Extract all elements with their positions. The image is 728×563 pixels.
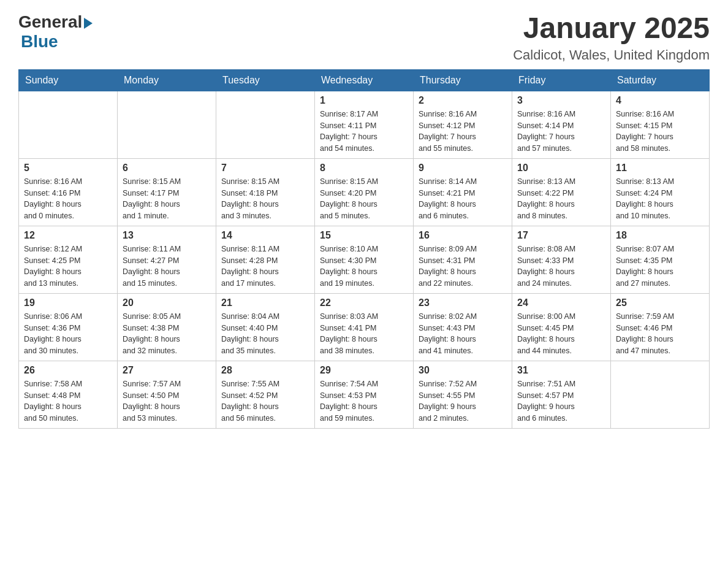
day-number: 26 [24, 365, 112, 376]
day-info: Sunrise: 8:15 AM Sunset: 4:20 PM Dayligh… [320, 176, 408, 222]
calendar-cell: 7Sunrise: 8:15 AM Sunset: 4:18 PM Daylig… [216, 158, 315, 226]
day-number: 3 [517, 95, 605, 106]
calendar-cell: 21Sunrise: 8:04 AM Sunset: 4:40 PM Dayli… [216, 293, 315, 361]
logo-blue-text: Blue [21, 32, 58, 52]
calendar-cell: 30Sunrise: 7:52 AM Sunset: 4:55 PM Dayli… [414, 361, 512, 428]
day-number: 2 [419, 95, 507, 106]
day-number: 14 [221, 230, 309, 241]
calendar-cell [118, 91, 216, 158]
day-info: Sunrise: 8:15 AM Sunset: 4:17 PM Dayligh… [123, 176, 211, 222]
day-info: Sunrise: 8:11 AM Sunset: 4:28 PM Dayligh… [221, 243, 309, 289]
calendar-cell: 16Sunrise: 8:09 AM Sunset: 4:31 PM Dayli… [414, 226, 512, 293]
month-title: January 2025 [513, 12, 710, 45]
calendar-header-row: SundayMondayTuesdayWednesdayThursdayFrid… [19, 69, 710, 91]
week-row-2: 5Sunrise: 8:16 AM Sunset: 4:16 PM Daylig… [19, 158, 710, 226]
day-info: Sunrise: 8:16 AM Sunset: 4:16 PM Dayligh… [24, 176, 112, 222]
day-info: Sunrise: 8:06 AM Sunset: 4:36 PM Dayligh… [24, 311, 112, 357]
day-info: Sunrise: 8:10 AM Sunset: 4:30 PM Dayligh… [320, 243, 408, 289]
week-row-3: 12Sunrise: 8:12 AM Sunset: 4:25 PM Dayli… [19, 226, 710, 293]
calendar-cell: 31Sunrise: 7:51 AM Sunset: 4:57 PM Dayli… [512, 361, 611, 428]
calendar-cell: 18Sunrise: 8:07 AM Sunset: 4:35 PM Dayli… [611, 226, 710, 293]
calendar-cell: 17Sunrise: 8:08 AM Sunset: 4:33 PM Dayli… [512, 226, 611, 293]
day-info: Sunrise: 7:52 AM Sunset: 4:55 PM Dayligh… [419, 378, 507, 424]
calendar-cell: 26Sunrise: 7:58 AM Sunset: 4:48 PM Dayli… [19, 361, 118, 428]
calendar-cell: 3Sunrise: 8:16 AM Sunset: 4:14 PM Daylig… [512, 91, 611, 158]
column-header-monday: Monday [118, 69, 216, 91]
day-info: Sunrise: 8:16 AM Sunset: 4:12 PM Dayligh… [419, 109, 507, 155]
calendar-cell: 24Sunrise: 8:00 AM Sunset: 4:45 PM Dayli… [512, 293, 611, 361]
day-number: 4 [616, 95, 704, 106]
calendar-cell: 13Sunrise: 8:11 AM Sunset: 4:27 PM Dayli… [118, 226, 216, 293]
day-info: Sunrise: 8:09 AM Sunset: 4:31 PM Dayligh… [419, 243, 507, 289]
day-number: 16 [419, 230, 507, 241]
calendar-cell: 9Sunrise: 8:14 AM Sunset: 4:21 PM Daylig… [414, 158, 512, 226]
calendar-cell: 15Sunrise: 8:10 AM Sunset: 4:30 PM Dayli… [315, 226, 414, 293]
day-info: Sunrise: 7:59 AM Sunset: 4:46 PM Dayligh… [616, 311, 704, 357]
day-number: 31 [517, 365, 605, 376]
calendar-cell: 12Sunrise: 8:12 AM Sunset: 4:25 PM Dayli… [19, 226, 118, 293]
day-number: 24 [517, 297, 605, 308]
day-number: 23 [419, 297, 507, 308]
day-number: 25 [616, 297, 704, 308]
day-number: 9 [419, 163, 507, 174]
calendar-table: SundayMondayTuesdayWednesdayThursdayFrid… [18, 69, 710, 429]
day-info: Sunrise: 8:13 AM Sunset: 4:22 PM Dayligh… [517, 176, 605, 222]
day-info: Sunrise: 8:00 AM Sunset: 4:45 PM Dayligh… [517, 311, 605, 357]
day-info: Sunrise: 8:02 AM Sunset: 4:43 PM Dayligh… [419, 311, 507, 357]
day-number: 1 [320, 95, 408, 106]
calendar-cell: 25Sunrise: 7:59 AM Sunset: 4:46 PM Dayli… [611, 293, 710, 361]
logo-arrow-icon [84, 18, 93, 29]
day-info: Sunrise: 7:51 AM Sunset: 4:57 PM Dayligh… [517, 378, 605, 424]
column-header-saturday: Saturday [611, 69, 710, 91]
calendar-cell: 28Sunrise: 7:55 AM Sunset: 4:52 PM Dayli… [216, 361, 315, 428]
calendar-cell: 10Sunrise: 8:13 AM Sunset: 4:22 PM Dayli… [512, 158, 611, 226]
calendar-cell: 14Sunrise: 8:11 AM Sunset: 4:28 PM Dayli… [216, 226, 315, 293]
day-info: Sunrise: 8:16 AM Sunset: 4:15 PM Dayligh… [616, 109, 704, 155]
day-number: 22 [320, 297, 408, 308]
calendar-cell [216, 91, 315, 158]
calendar-cell: 4Sunrise: 8:16 AM Sunset: 4:15 PM Daylig… [611, 91, 710, 158]
day-number: 20 [123, 297, 211, 308]
day-info: Sunrise: 8:05 AM Sunset: 4:38 PM Dayligh… [123, 311, 211, 357]
title-section: January 2025 Caldicot, Wales, United Kin… [513, 12, 710, 63]
calendar-cell: 11Sunrise: 8:13 AM Sunset: 4:24 PM Dayli… [611, 158, 710, 226]
column-header-sunday: Sunday [19, 69, 118, 91]
column-header-tuesday: Tuesday [216, 69, 315, 91]
day-number: 21 [221, 297, 309, 308]
week-row-4: 19Sunrise: 8:06 AM Sunset: 4:36 PM Dayli… [19, 293, 710, 361]
location: Caldicot, Wales, United Kingdom [513, 47, 710, 63]
day-info: Sunrise: 7:58 AM Sunset: 4:48 PM Dayligh… [24, 378, 112, 424]
calendar-cell: 8Sunrise: 8:15 AM Sunset: 4:20 PM Daylig… [315, 158, 414, 226]
day-info: Sunrise: 8:07 AM Sunset: 4:35 PM Dayligh… [616, 243, 704, 289]
day-number: 17 [517, 230, 605, 241]
calendar-cell: 19Sunrise: 8:06 AM Sunset: 4:36 PM Dayli… [19, 293, 118, 361]
calendar-cell [19, 91, 118, 158]
calendar-cell: 1Sunrise: 8:17 AM Sunset: 4:11 PM Daylig… [315, 91, 414, 158]
day-number: 19 [24, 297, 112, 308]
day-number: 11 [616, 163, 704, 174]
day-number: 12 [24, 230, 112, 241]
day-info: Sunrise: 8:12 AM Sunset: 4:25 PM Dayligh… [24, 243, 112, 289]
column-header-wednesday: Wednesday [315, 69, 414, 91]
day-number: 8 [320, 163, 408, 174]
day-info: Sunrise: 8:15 AM Sunset: 4:18 PM Dayligh… [221, 176, 309, 222]
calendar-cell [611, 361, 710, 428]
calendar-cell: 29Sunrise: 7:54 AM Sunset: 4:53 PM Dayli… [315, 361, 414, 428]
day-number: 5 [24, 163, 112, 174]
day-number: 28 [221, 365, 309, 376]
day-number: 18 [616, 230, 704, 241]
calendar-cell: 5Sunrise: 8:16 AM Sunset: 4:16 PM Daylig… [19, 158, 118, 226]
logo: General Blue [18, 12, 93, 52]
day-info: Sunrise: 8:13 AM Sunset: 4:24 PM Dayligh… [616, 176, 704, 222]
day-info: Sunrise: 8:11 AM Sunset: 4:27 PM Dayligh… [123, 243, 211, 289]
day-info: Sunrise: 8:04 AM Sunset: 4:40 PM Dayligh… [221, 311, 309, 357]
day-info: Sunrise: 8:14 AM Sunset: 4:21 PM Dayligh… [419, 176, 507, 222]
logo-general-text: General [18, 12, 82, 32]
column-header-friday: Friday [512, 69, 611, 91]
calendar-cell: 2Sunrise: 8:16 AM Sunset: 4:12 PM Daylig… [414, 91, 512, 158]
day-number: 10 [517, 163, 605, 174]
calendar-cell: 20Sunrise: 8:05 AM Sunset: 4:38 PM Dayli… [118, 293, 216, 361]
day-number: 6 [123, 163, 211, 174]
day-info: Sunrise: 8:03 AM Sunset: 4:41 PM Dayligh… [320, 311, 408, 357]
day-number: 7 [221, 163, 309, 174]
